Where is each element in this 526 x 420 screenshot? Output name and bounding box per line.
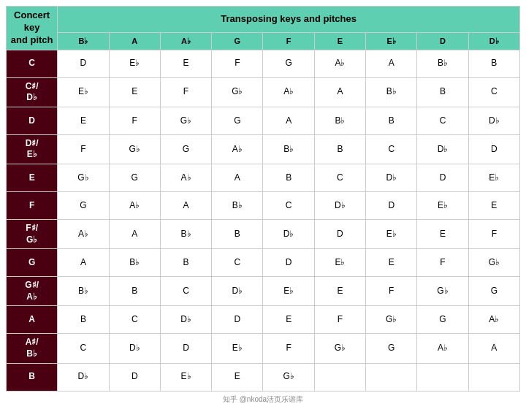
data-cell: D♭ bbox=[109, 334, 160, 363]
data-cell: F bbox=[468, 220, 519, 249]
column-headers-row: B♭AA♭GFEE♭DD♭ bbox=[7, 33, 520, 50]
data-cell: F bbox=[263, 334, 314, 363]
data-cell: B♭ bbox=[109, 249, 160, 277]
data-cell: C bbox=[366, 134, 417, 164]
row-label: G bbox=[7, 249, 58, 277]
data-cell: D♭ bbox=[212, 277, 263, 306]
table-row: EG♭GA♭ABCD♭DE♭ bbox=[7, 164, 520, 192]
table-row: CDE♭EFGA♭AB♭B bbox=[7, 50, 520, 77]
data-cell: B♭ bbox=[58, 277, 109, 306]
data-cell: G♭ bbox=[314, 334, 365, 363]
col-header: F bbox=[263, 33, 314, 50]
data-cell: D♭ bbox=[366, 164, 417, 192]
data-cell bbox=[366, 363, 417, 391]
table-row: ABCD♭DEFG♭GA♭ bbox=[7, 306, 520, 334]
main-title: Transposing keys and pitches bbox=[58, 7, 520, 33]
data-cell: E♭ bbox=[314, 249, 365, 277]
table-row: A♯/ B♭CD♭DE♭FG♭GA♭A bbox=[7, 334, 520, 363]
data-cell: E♭ bbox=[160, 363, 211, 391]
data-cell: A bbox=[58, 249, 109, 277]
table-row: FGA♭AB♭CD♭DE♭E bbox=[7, 192, 520, 220]
data-cell: A bbox=[468, 334, 519, 363]
data-cell: D♭ bbox=[263, 220, 314, 249]
col-header: E bbox=[314, 33, 365, 50]
row-label: D bbox=[7, 107, 58, 134]
data-cell: A bbox=[109, 220, 160, 249]
data-cell: E bbox=[263, 306, 314, 334]
table-row: BD♭DE♭EG♭ bbox=[7, 363, 520, 391]
data-cell: B bbox=[58, 306, 109, 334]
watermark: 知乎 @nkoda活页乐谱库 bbox=[6, 394, 520, 405]
data-cell: A♭ bbox=[263, 77, 314, 107]
table-row: DEFG♭GAB♭BCD♭ bbox=[7, 107, 520, 134]
data-cell: B bbox=[160, 249, 211, 277]
data-cell bbox=[417, 363, 468, 391]
data-cell: E♭ bbox=[468, 164, 519, 192]
data-cell: E♭ bbox=[417, 192, 468, 220]
col-header: A♭ bbox=[160, 33, 211, 50]
row-label: C bbox=[7, 50, 58, 77]
data-cell: A♭ bbox=[417, 334, 468, 363]
row-label: F bbox=[7, 192, 58, 220]
data-cell: B bbox=[417, 77, 468, 107]
data-cell: D bbox=[212, 306, 263, 334]
data-cell: G♭ bbox=[160, 107, 211, 134]
data-cell: A♭ bbox=[468, 306, 519, 334]
col-header: B♭ bbox=[58, 33, 109, 50]
data-cell: A bbox=[366, 50, 417, 77]
data-cell: E bbox=[58, 107, 109, 134]
table-row: D♯/ E♭FG♭GA♭B♭BCD♭D bbox=[7, 134, 520, 164]
col-header: D♭ bbox=[468, 33, 519, 50]
data-cell: G♭ bbox=[417, 277, 468, 306]
data-cell: C bbox=[263, 192, 314, 220]
data-cell: G♭ bbox=[468, 249, 519, 277]
data-cell: B bbox=[263, 164, 314, 192]
transposition-table: Concert keyand pitch Transposing keys an… bbox=[6, 6, 520, 392]
data-cell: G bbox=[160, 134, 211, 164]
table-row: GAB♭BCDE♭EFG♭ bbox=[7, 249, 520, 277]
row-label: C♯/ D♭ bbox=[7, 77, 58, 107]
data-cell: B bbox=[366, 107, 417, 134]
data-cell: G♭ bbox=[263, 363, 314, 391]
data-cell: D bbox=[109, 363, 160, 391]
data-cell: D♭ bbox=[160, 306, 211, 334]
data-cell: G bbox=[212, 107, 263, 134]
row-label: E bbox=[7, 164, 58, 192]
col-header: G bbox=[212, 33, 263, 50]
data-cell: A bbox=[314, 77, 365, 107]
data-cell: C bbox=[314, 164, 365, 192]
data-cell: B♭ bbox=[314, 107, 365, 134]
data-cell: C bbox=[58, 334, 109, 363]
data-cell: F bbox=[160, 77, 211, 107]
data-cell: A bbox=[212, 164, 263, 192]
data-cell: D bbox=[58, 50, 109, 77]
data-cell: A♭ bbox=[160, 164, 211, 192]
data-cell: D bbox=[160, 334, 211, 363]
data-cell: F bbox=[58, 134, 109, 164]
data-cell: E bbox=[212, 363, 263, 391]
data-cell: B♭ bbox=[366, 77, 417, 107]
col-header: E♭ bbox=[366, 33, 417, 50]
data-cell: A♭ bbox=[58, 220, 109, 249]
row-label: F♯/ G♭ bbox=[7, 220, 58, 249]
data-cell: E bbox=[109, 77, 160, 107]
data-cell: D♭ bbox=[314, 192, 365, 220]
data-cell: E♭ bbox=[109, 50, 160, 77]
data-cell: E♭ bbox=[263, 277, 314, 306]
data-cell: A♭ bbox=[314, 50, 365, 77]
data-cell: D bbox=[314, 220, 365, 249]
data-cell: E♭ bbox=[212, 334, 263, 363]
data-cell: D♭ bbox=[468, 107, 519, 134]
data-cell bbox=[314, 363, 365, 391]
data-cell: A bbox=[160, 192, 211, 220]
data-cell: E♭ bbox=[366, 220, 417, 249]
data-cell: E bbox=[366, 249, 417, 277]
data-cell: B bbox=[109, 277, 160, 306]
data-cell: C bbox=[160, 277, 211, 306]
data-cell: A bbox=[263, 107, 314, 134]
table-body: CDE♭EFGA♭AB♭BC♯/ D♭E♭EFG♭A♭AB♭BCDEFG♭GAB… bbox=[7, 50, 520, 391]
row-label: B bbox=[7, 363, 58, 391]
data-cell: G bbox=[468, 277, 519, 306]
data-cell: E bbox=[160, 50, 211, 77]
data-cell: G bbox=[109, 164, 160, 192]
